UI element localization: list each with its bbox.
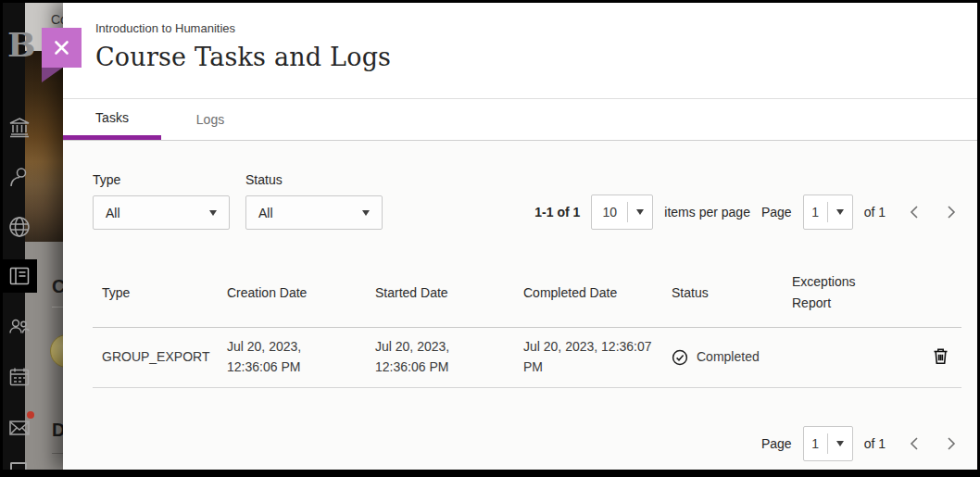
next-page-button[interactable] (939, 433, 961, 455)
type-filter-select[interactable]: All (93, 195, 230, 230)
column-header-exceptions-report: Exceptions Report (792, 271, 885, 313)
previous-page-button[interactable] (904, 433, 926, 455)
globe-icon (7, 215, 31, 239)
divider (52, 307, 63, 308)
page-label: Page (761, 205, 792, 220)
table-row: GROUP_EXPORT Jul 20, 2023, 12:36:06 PM J… (93, 328, 961, 388)
column-header-status: Status (672, 285, 792, 300)
course-tasks-and-logs-panel: Introduction to Humanities Course Tasks … (63, 3, 977, 470)
column-header-completed-date: Completed Date (523, 285, 672, 300)
chevron-down-icon (828, 441, 852, 446)
chevron-right-icon (942, 204, 959, 220)
tab-logs[interactable]: Logs (161, 99, 259, 140)
column-header-type: Type (93, 285, 227, 300)
calendar-icon (7, 365, 31, 389)
items-per-page-label: items per page (664, 205, 750, 220)
chevron-down-icon (828, 209, 852, 215)
page-of-text: of 1 (864, 436, 886, 451)
status-cell: Completed (672, 347, 792, 368)
next-page-button[interactable] (939, 201, 961, 223)
previous-page-button[interactable] (904, 201, 926, 223)
column-header-creation-date: Creation Date (227, 285, 375, 300)
page-size-value: 10 (592, 205, 627, 220)
page-number-select[interactable]: 1 (803, 195, 853, 230)
profile-icon (7, 165, 31, 189)
panel-content: Type All Status All (63, 141, 977, 470)
dimmed-heading-fragment: D (52, 420, 63, 441)
status-filter-label: Status (245, 172, 383, 187)
people-icon (7, 314, 31, 338)
page-number-value: 1 (804, 436, 827, 451)
items-range-text: 1-1 of 1 (534, 205, 580, 220)
chevron-down-icon (362, 210, 370, 216)
task-type-cell: GROUP_EXPORT (93, 347, 227, 368)
creation-date-cell: Jul 20, 2023, 12:36:06 PM (227, 337, 375, 377)
divider (52, 453, 63, 454)
type-filter-value: All (106, 206, 120, 220)
chevron-left-icon (907, 204, 923, 220)
page-number-select[interactable]: 1 (803, 426, 853, 461)
column-header-started-date: Started Date (375, 285, 523, 300)
page-title: Course Tasks and Logs (95, 43, 959, 71)
chevron-down-icon (628, 209, 652, 215)
blackboard-logo: B (7, 25, 35, 64)
course-name: Introduction to Humanities (95, 21, 959, 35)
started-date-cell: Jul 20, 2023, 12:36:06 PM (375, 337, 523, 377)
trash-icon (933, 347, 949, 365)
completed-date-cell: Jul 20, 2023, 12:36:07 PM (523, 337, 672, 377)
tab-tasks[interactable]: Tasks (63, 99, 161, 140)
tab-bar: Tasks Logs (63, 99, 977, 141)
chevron-right-icon (942, 435, 959, 452)
gradebook-icon (10, 462, 27, 470)
status-filter-value: All (258, 206, 273, 220)
panel-header: Introduction to Humanities Course Tasks … (63, 3, 977, 99)
page-size-select[interactable]: 10 (591, 195, 653, 230)
page-of-text: of 1 (864, 205, 886, 220)
actions-cell (931, 345, 967, 370)
dimmed-heading-fragment: C (52, 276, 63, 297)
top-pagination: 1-1 of 1 10 items per page Page 1 of 1 (534, 195, 961, 230)
page-number-value: 1 (804, 205, 827, 220)
institution-icon (7, 116, 31, 140)
close-panel-button[interactable] (42, 28, 82, 68)
table-header-row: Type Creation Date Started Date Complete… (93, 257, 961, 328)
chevron-down-icon (209, 210, 217, 216)
content-icon (7, 264, 31, 288)
messages-icon (7, 416, 31, 440)
bottom-pagination: Page 1 of 1 (761, 426, 961, 461)
app-window: Co C D B (3, 3, 977, 470)
avatar (50, 334, 63, 368)
type-filter-label: Type (93, 172, 230, 187)
page-label: Page (761, 436, 792, 451)
close-icon (53, 39, 70, 56)
delete-task-button[interactable] (931, 345, 950, 370)
notification-badge (27, 411, 34, 419)
check-circle-icon (672, 349, 688, 366)
chevron-left-icon (907, 435, 923, 452)
status-text: Completed (697, 347, 760, 368)
dimmed-text-fragment: Co (51, 12, 63, 27)
tasks-table: Type Creation Date Started Date Complete… (93, 257, 961, 388)
status-filter-select[interactable]: All (245, 195, 383, 230)
